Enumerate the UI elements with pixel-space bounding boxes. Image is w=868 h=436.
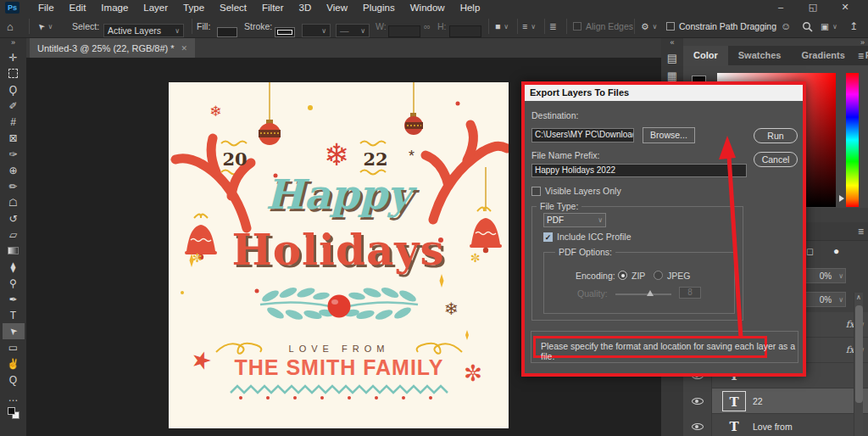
menu-edit[interactable]: Edit xyxy=(63,1,93,14)
menu-plugins[interactable]: Plugins xyxy=(356,1,402,14)
workspace-switcher-icon[interactable]: ▣∨ xyxy=(821,15,837,37)
align-edges-checkbox[interactable]: Align Edges xyxy=(573,15,633,37)
layer-row[interactable]: T22 xyxy=(683,388,868,414)
document-tab[interactable]: Untitled-3 @ 25% (22, RGB/8#) * ✕ xyxy=(30,38,195,58)
layer-row[interactable]: TLove from xyxy=(683,414,868,436)
document-tab-bar: Untitled-3 @ 25% (22, RGB/8#) * ✕ xyxy=(26,38,661,58)
close-icon[interactable]: ✕ xyxy=(834,2,856,13)
lasso-tool[interactable]: Ϙ xyxy=(3,81,25,98)
frame-tool[interactable]: ⊠ xyxy=(3,130,25,146)
destination-field[interactable]: C:\Users\MY PC\Downloads xyxy=(531,128,634,143)
path-operations-icon[interactable]: ■∨ xyxy=(495,15,509,37)
hue-slider-arrow[interactable] xyxy=(839,195,844,202)
constrain-path-dragging-checkbox[interactable]: Constrain Path Dragging xyxy=(666,15,776,37)
menu-file[interactable]: File xyxy=(31,1,61,14)
menu-select[interactable]: Select xyxy=(213,1,253,14)
menu-layer[interactable]: Layer xyxy=(136,1,175,14)
photoshop-window: Ps FileEditImageLayerTypeSelectFilter3DV… xyxy=(0,0,868,436)
hue-slider[interactable] xyxy=(846,73,859,207)
card-year-left: 20 xyxy=(218,148,252,170)
menu-help[interactable]: Help xyxy=(453,1,487,14)
layer-thumbnail[interactable]: T xyxy=(722,391,746,411)
zoom-tool[interactable]: Q xyxy=(3,372,25,388)
hand-tool[interactable]: ✌ xyxy=(3,355,25,372)
menu-window[interactable]: Window xyxy=(403,1,452,14)
panels-collapse-icon[interactable]: « xyxy=(661,38,683,47)
lock-transparency-icon[interactable]: ◻ xyxy=(806,246,814,257)
clone-stamp-tool[interactable]: ☖ xyxy=(3,194,25,210)
layer-name[interactable]: 22 xyxy=(753,396,763,406)
tab-gradients[interactable]: Gradients xyxy=(791,46,854,65)
dodge-tool[interactable]: ⚲ xyxy=(3,275,25,291)
menu-view[interactable]: View xyxy=(320,1,354,14)
eye-icon[interactable] xyxy=(692,398,704,405)
object-selection-tool[interactable]: ✐ xyxy=(3,98,25,114)
jpeg-radio[interactable] xyxy=(654,271,663,280)
lock-all-icon[interactable]: ● xyxy=(833,245,839,257)
scroll-up-icon[interactable]: ∧ xyxy=(854,293,863,303)
more-tools-icon[interactable]: … xyxy=(3,389,25,405)
path-alignment-icon[interactable]: ≡∨ xyxy=(522,15,536,37)
browse-button[interactable]: Browse... xyxy=(643,127,695,143)
history-brush-tool[interactable]: ↺ xyxy=(3,210,25,226)
layer-name[interactable]: Love from xyxy=(753,422,793,432)
zip-radio[interactable] xyxy=(618,271,627,280)
layers-panel-menu-icon[interactable]: ≡ xyxy=(858,226,864,238)
scrollbar-thumb[interactable] xyxy=(855,305,863,403)
libraries-panel-icon[interactable]: ▦ xyxy=(661,70,683,82)
pen-tool[interactable]: ✒ xyxy=(3,291,25,307)
healing-brush-tool[interactable]: ⊕ xyxy=(3,162,25,178)
quality-value-field[interactable]: 8 xyxy=(679,287,701,299)
brush-tool[interactable]: ✏ xyxy=(3,178,25,194)
gear-icon[interactable]: ⚙∨ xyxy=(641,15,657,37)
minimize-icon[interactable]: – xyxy=(770,2,792,12)
eraser-tool[interactable]: ▱ xyxy=(3,226,25,243)
tab-close-icon[interactable]: ✕ xyxy=(181,44,188,53)
blur-tool[interactable]: ⧫ xyxy=(3,259,25,275)
link-dimensions-icon[interactable]: ∞ xyxy=(424,15,431,37)
zoom-tool-icon: Q xyxy=(9,374,17,386)
eye-icon[interactable] xyxy=(692,423,704,430)
dialog-title[interactable]: Export Layers To Files xyxy=(525,85,803,101)
menu-bar: FileEditImageLayerTypeSelectFilter3DView… xyxy=(31,1,487,14)
path-selection-tool[interactable]: ➤ xyxy=(3,323,25,339)
pdf-options-label: PDF Options: xyxy=(555,247,615,257)
eyedropper-tool[interactable]: ✑ xyxy=(3,146,25,162)
history-panel-icon[interactable]: ▤ xyxy=(661,52,683,64)
menu-3d[interactable]: 3D xyxy=(292,1,319,14)
type-tool[interactable]: T xyxy=(3,307,25,323)
marquee-tool[interactable] xyxy=(3,65,25,81)
menu-filter[interactable]: Filter xyxy=(255,1,291,14)
move-tool-icon: ✛ xyxy=(8,52,17,64)
gradient-tool[interactable] xyxy=(3,243,25,259)
search-icon[interactable] xyxy=(802,15,813,37)
current-tool-icon[interactable]: ➤∨ xyxy=(37,15,53,37)
run-button[interactable]: Run xyxy=(754,128,798,143)
menu-image[interactable]: Image xyxy=(94,1,135,14)
rectangle-tool[interactable]: ▭ xyxy=(3,339,25,355)
move-tool[interactable]: ✛ xyxy=(3,49,25,65)
include-icc-checkbox[interactable]: ✓ xyxy=(543,232,553,242)
restore-icon[interactable]: ◱ xyxy=(802,2,824,13)
share-for-review-icon[interactable]: ☺ xyxy=(781,15,791,37)
layer-thumbnail[interactable]: T xyxy=(722,416,746,436)
visible-layers-only-checkbox[interactable] xyxy=(531,187,541,196)
toolbar-collapse-icon[interactable]: » xyxy=(0,38,26,49)
canvas[interactable]: ❄ ❄ * ❄ ✼ ✼ ✼ ★ 20 22 Happy Holidays LOV… xyxy=(169,82,509,428)
crop-tool[interactable]: # xyxy=(3,114,25,130)
file-type-dropdown[interactable]: PDF∨ xyxy=(543,213,606,227)
card-year-right: 22 xyxy=(359,148,392,170)
layers-scrollbar[interactable]: ∧ xyxy=(854,293,863,436)
tab-swatches[interactable]: Swatches xyxy=(728,46,792,65)
destination-label: Destination: xyxy=(531,110,578,120)
path-arrangement-icon[interactable]: ≣ xyxy=(549,15,557,37)
color-panel-menu-icon[interactable]: ≡ xyxy=(858,50,864,62)
quality-slider-thumb[interactable] xyxy=(647,290,654,296)
menu-type[interactable]: Type xyxy=(176,1,211,14)
tab-color[interactable]: Color xyxy=(683,46,728,65)
export-share-icon[interactable]: ↥ xyxy=(849,15,858,37)
home-icon[interactable]: ⌂ xyxy=(7,15,14,37)
foreground-background-colors[interactable] xyxy=(8,407,19,419)
quality-slider[interactable] xyxy=(615,293,671,295)
cancel-button[interactable]: Cancel xyxy=(754,152,798,167)
